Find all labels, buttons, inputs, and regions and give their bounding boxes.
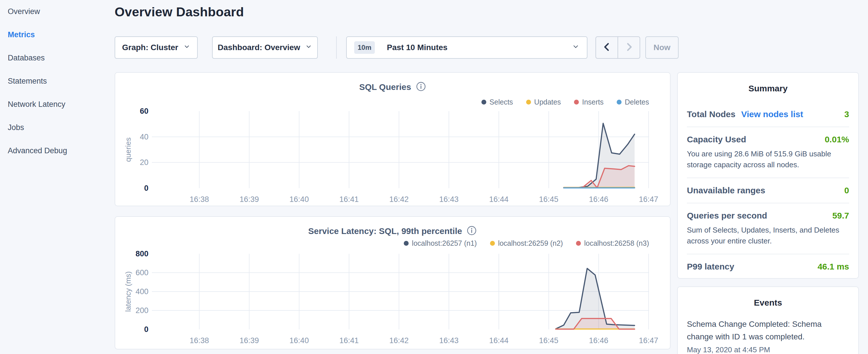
x-tick-label: 16:39 xyxy=(240,195,259,204)
x-tick-label: 16:40 xyxy=(289,195,309,204)
y-tick-label: 200 xyxy=(135,306,149,315)
page-title: Overview Dashboard xyxy=(115,5,244,20)
view-nodes-list-link[interactable]: View nodes list xyxy=(741,109,803,119)
sidebar-item-network-latency[interactable]: Network Latency xyxy=(0,93,115,116)
queries-per-second-label: Queries per second xyxy=(687,211,767,221)
service-latency-title: Service Latency: SQL, 99th percentile xyxy=(308,226,462,236)
capacity-used-description: You are using 28.6 MiB of 515.9 GiB usab… xyxy=(687,148,849,170)
x-tick-label: 16:44 xyxy=(489,195,509,204)
dashboard-dropdown-label: Dashboard: Overview xyxy=(218,43,300,52)
queries-per-second-description: Sum of Selects, Updates, Inserts, and De… xyxy=(687,225,849,246)
summary-panel: Summary Total Nodes View nodes list 3 Ca… xyxy=(677,72,859,279)
capacity-used-value: 0.01% xyxy=(825,135,849,144)
total-nodes-value: 3 xyxy=(844,109,849,119)
chevron-left-icon xyxy=(602,42,612,53)
sidebar-item-advanced-debug[interactable]: Advanced Debug xyxy=(0,139,115,162)
x-tick-label: 16:46 xyxy=(589,336,608,345)
time-range-label: Past 10 Minutes xyxy=(387,43,447,52)
summary-row-queries-per-second: Queries per second 59.7 Sum of Selects, … xyxy=(687,203,849,254)
x-tick-label: 16:45 xyxy=(539,336,559,345)
info-icon[interactable] xyxy=(416,81,426,93)
events-title: Events xyxy=(678,298,858,308)
sql-queries-plot[interactable]: 16:3816:3916:4016:4116:4216:4316:4416:45… xyxy=(123,97,668,204)
y-tick-label: 40 xyxy=(140,133,149,141)
y-axis-unit-label: latency (ms) xyxy=(124,271,132,312)
x-tick-label: 16:38 xyxy=(190,336,209,345)
x-tick-label: 16:46 xyxy=(589,195,608,204)
chevron-right-icon xyxy=(624,42,634,53)
x-tick-label: 16:41 xyxy=(339,336,359,345)
y-tick-label: 400 xyxy=(135,287,149,296)
controls-divider xyxy=(336,36,337,59)
x-tick-label: 16:40 xyxy=(289,336,309,345)
x-tick-label: 16:43 xyxy=(439,336,459,345)
now-button[interactable]: Now xyxy=(645,36,679,59)
time-range-dropdown[interactable]: 10m Past 10 Minutes xyxy=(346,36,587,59)
x-tick-label: 16:47 xyxy=(639,336,658,345)
p99-latency-value: 46.1 ms xyxy=(817,262,849,271)
queries-per-second-value: 59.7 xyxy=(833,211,849,221)
x-tick-label: 16:43 xyxy=(439,195,459,204)
total-nodes-label: Total Nodes xyxy=(687,109,735,119)
y-tick-label: 60 xyxy=(140,107,149,116)
event-timestamp: May 13, 2020 at 4:45 PM xyxy=(687,345,849,354)
chevron-down-icon xyxy=(305,43,312,52)
graph-dropdown-label: Graph: Cluster xyxy=(122,43,178,52)
chevron-down-icon xyxy=(183,43,190,52)
unavailable-ranges-value: 0 xyxy=(844,186,849,195)
x-tick-label: 16:47 xyxy=(639,195,658,204)
x-tick-label: 16:38 xyxy=(190,195,209,204)
x-tick-label: 16:41 xyxy=(339,195,359,204)
events-panel: Events Schema Change Completed: Schema c… xyxy=(677,286,859,354)
sql-queries-title: SQL Queries xyxy=(359,82,411,92)
dashboard-dropdown[interactable]: Dashboard: Overview xyxy=(212,36,318,59)
graph-dropdown[interactable]: Graph: Cluster xyxy=(115,36,198,59)
sidebar-item-statements[interactable]: Statements xyxy=(0,70,115,93)
x-tick-label: 16:42 xyxy=(389,195,409,204)
unavailable-ranges-label: Unavailable ranges xyxy=(687,186,765,195)
info-icon[interactable] xyxy=(467,225,477,237)
y-tick-label: 20 xyxy=(140,158,149,167)
controls-bar: Graph: Cluster Dashboard: Overview 10m P… xyxy=(0,36,868,59)
time-range-badge: 10m xyxy=(354,41,375,54)
y-axis-unit-label: queries xyxy=(124,137,132,162)
capacity-used-label: Capacity Used xyxy=(687,135,746,144)
p99-latency-label: P99 latency xyxy=(687,262,734,271)
x-tick-label: 16:45 xyxy=(539,195,559,204)
x-tick-label: 16:44 xyxy=(489,336,509,345)
y-tick-label: 800 xyxy=(135,250,149,258)
summary-title: Summary xyxy=(678,84,858,93)
app-root: Overview Metrics Databases Statements Ne… xyxy=(0,0,868,354)
sidebar-item-jobs[interactable]: Jobs xyxy=(0,116,115,139)
chevron-down-icon xyxy=(572,43,580,53)
previous-time-button[interactable] xyxy=(596,37,618,58)
summary-row-total-nodes: Total Nodes View nodes list 3 xyxy=(687,102,849,127)
summary-row-capacity-used: Capacity Used 0.01% You are using 28.6 M… xyxy=(687,127,849,178)
y-tick-label: 600 xyxy=(135,268,149,277)
summary-row-unavailable-ranges: Unavailable ranges 0 xyxy=(687,178,849,203)
y-tick-label: 0 xyxy=(144,184,149,192)
summary-row-p99-latency: P99 latency 46.1 ms xyxy=(687,254,849,279)
sidebar-item-overview[interactable]: Overview xyxy=(0,0,115,23)
event-message: Schema Change Completed: Schema change w… xyxy=(687,318,849,343)
now-button-label: Now xyxy=(653,43,670,52)
x-tick-label: 16:42 xyxy=(389,336,409,345)
time-step-buttons xyxy=(595,36,640,59)
y-tick-label: 0 xyxy=(144,325,149,334)
x-tick-label: 16:39 xyxy=(240,336,259,345)
next-time-button[interactable] xyxy=(618,37,640,58)
service-latency-plot[interactable]: 16:3816:3916:4016:4116:4216:4316:4416:45… xyxy=(123,240,668,347)
